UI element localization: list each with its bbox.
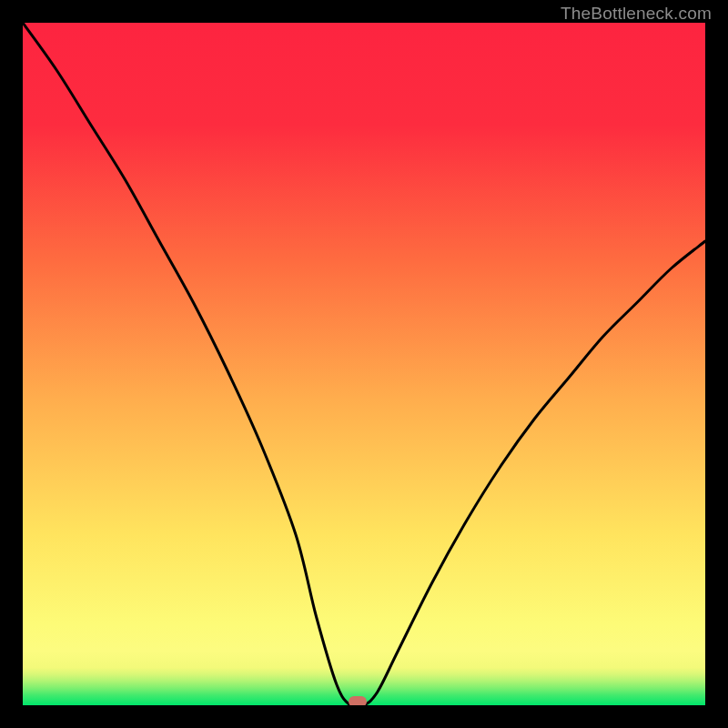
optimum-marker bbox=[349, 696, 367, 705]
bottleneck-curve bbox=[23, 23, 705, 705]
watermark-text: TheBottleneck.com bbox=[561, 4, 712, 24]
plot-area bbox=[23, 23, 705, 705]
chart-frame: TheBottleneck.com bbox=[0, 0, 728, 728]
